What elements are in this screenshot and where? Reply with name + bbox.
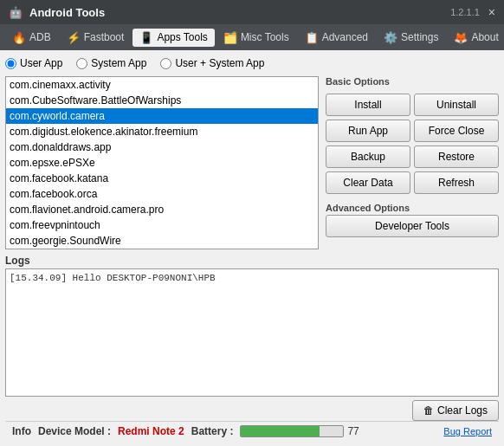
app-icon: 🤖 (9, 6, 23, 19)
developer-tools-button[interactable]: Developer Tools (326, 215, 499, 237)
clear-logs-button[interactable]: 🗑 Clear Logs (412, 400, 499, 421)
list-item[interactable]: com.facebook.orca (6, 186, 318, 202)
radio-system-app[interactable]: System App (76, 57, 146, 69)
advanced-options-section: Advanced Options Developer Tools (326, 203, 499, 237)
list-item[interactable]: com.facebook.katana (6, 171, 318, 186)
fastboot-icon: ⚡ (67, 31, 81, 44)
main-panel: com.cinemaxx.activitycom.CubeSoftware.Ba… (5, 76, 499, 249)
right-panel: Basic Options Install Uninstall Run App … (326, 76, 499, 249)
tab-settings[interactable]: ⚙️ Settings (377, 29, 445, 47)
radio-row: User App System App User + System App (5, 55, 499, 71)
app-title: Android Tools (29, 6, 105, 19)
battery-label: Battery : (191, 425, 234, 437)
misc-tools-icon: 🗂️ (223, 31, 237, 44)
app-list-container: com.cinemaxx.activitycom.CubeSoftware.Ba… (5, 76, 319, 249)
apps-tools-icon: 📱 (139, 31, 153, 44)
toolbar: 🔥 ADB ⚡ Fastboot 📱 Apps Tools 🗂️ Misc To… (0, 24, 504, 50)
backup-button[interactable]: Backup (326, 145, 410, 168)
list-item[interactable]: com.digidust.elokence.akinator.freemium (6, 124, 318, 139)
battery-bar (240, 425, 344, 437)
settings-icon: ⚙️ (384, 31, 397, 44)
basic-options-label: Basic Options (326, 76, 499, 87)
list-item[interactable]: com.CubeSoftware.BattleOfWarships (6, 93, 318, 108)
bug-report-link[interactable]: Bug Report (443, 426, 492, 436)
title-bar-right: 1.2.1.1 × (450, 5, 495, 19)
uninstall-button[interactable]: Uninstall (414, 94, 499, 116)
force-close-button[interactable]: Force Close (414, 120, 499, 142)
tab-about-label: About (471, 31, 498, 43)
radio-user-system-app-input[interactable] (160, 58, 171, 69)
list-item[interactable]: com.google.android.apps.docs (6, 249, 318, 249)
content-area: User App System App User + System App co… (0, 50, 504, 446)
radio-user-app-input[interactable] (5, 58, 16, 69)
tab-misc-tools[interactable]: 🗂️ Misc Tools (216, 29, 296, 47)
radio-system-app-label: System App (91, 57, 146, 69)
advanced-icon: 📋 (305, 31, 319, 44)
radio-user-app[interactable]: User App (5, 57, 62, 69)
restore-button[interactable]: Restore (414, 145, 499, 168)
main-window: 🤖 Android Tools 1.2.1.1 × 🔥 ADB ⚡ Fastbo… (0, 0, 504, 446)
run-app-button[interactable]: Run App (326, 120, 410, 142)
battery-bar-container: 77 (240, 425, 359, 437)
tab-adb[interactable]: 🔥 ADB (5, 29, 58, 47)
logs-box: [15.34.09] Hello DESKTOP-P09NONI\HPB (5, 268, 499, 397)
tab-apps-tools-label: Apps Tools (157, 31, 207, 43)
tab-fastboot[interactable]: ⚡ Fastboot (60, 29, 132, 47)
clear-data-button[interactable]: Clear Data (326, 171, 410, 194)
info-label: Info (12, 425, 31, 437)
radio-system-app-input[interactable] (76, 58, 87, 69)
battery-value: 77 (347, 425, 359, 437)
info-bar: Info Device Model : Redmi Note 2 Battery… (5, 421, 499, 441)
clear-logs-label: Clear Logs (437, 404, 488, 417)
clear-logs-icon: 🗑 (423, 404, 434, 417)
install-button[interactable]: Install (326, 94, 410, 116)
radio-user-app-label: User App (20, 57, 62, 69)
tab-adb-label: ADB (29, 31, 51, 43)
list-item[interactable]: com.flavionet.android.camera.pro (6, 202, 318, 217)
tab-settings-label: Settings (401, 31, 438, 43)
device-model-label: Device Model : (38, 425, 111, 437)
list-item[interactable]: com.freevpnintouch (6, 217, 318, 233)
list-item[interactable]: com.epsxe.ePSXe (6, 155, 318, 171)
list-item[interactable]: com.georgie.SoundWire (6, 233, 318, 249)
list-item[interactable]: com.cinemaxx.activity (6, 77, 318, 93)
device-model-value: Redmi Note 2 (118, 425, 184, 437)
adb-icon: 🔥 (12, 31, 26, 44)
list-item[interactable]: com.cyworld.camera (6, 108, 318, 124)
tab-about[interactable]: 🦊 About (447, 29, 504, 47)
version-label: 1.2.1.1 (450, 7, 480, 17)
radio-user-system-app-label: User + System App (175, 57, 264, 69)
close-button[interactable]: × (488, 5, 495, 19)
radio-user-system-app[interactable]: User + System App (160, 57, 264, 69)
tab-advanced-label: Advanced (322, 31, 368, 43)
tab-misc-tools-label: Misc Tools (241, 31, 289, 43)
title-bar-left: 🤖 Android Tools (9, 6, 105, 19)
refresh-button[interactable]: Refresh (414, 171, 499, 194)
basic-options-buttons: Install Uninstall Run App Force Close Ba… (326, 94, 499, 194)
app-list[interactable]: com.cinemaxx.activitycom.CubeSoftware.Ba… (5, 76, 319, 249)
tab-apps-tools[interactable]: 📱 Apps Tools (132, 29, 214, 47)
tab-advanced[interactable]: 📋 Advanced (298, 29, 375, 47)
logs-label: Logs (5, 255, 499, 267)
title-bar: 🤖 Android Tools 1.2.1.1 × (0, 0, 504, 24)
logs-section: Logs [15.34.09] Hello DESKTOP-P09NONI\HP… (5, 255, 499, 421)
advanced-options-label: Advanced Options (326, 203, 499, 213)
logs-footer: 🗑 Clear Logs (5, 400, 499, 421)
about-icon: 🦊 (454, 31, 468, 44)
tab-fastboot-label: Fastboot (84, 31, 125, 43)
list-item[interactable]: com.donalddraws.app (6, 139, 318, 155)
battery-fill (241, 426, 320, 436)
